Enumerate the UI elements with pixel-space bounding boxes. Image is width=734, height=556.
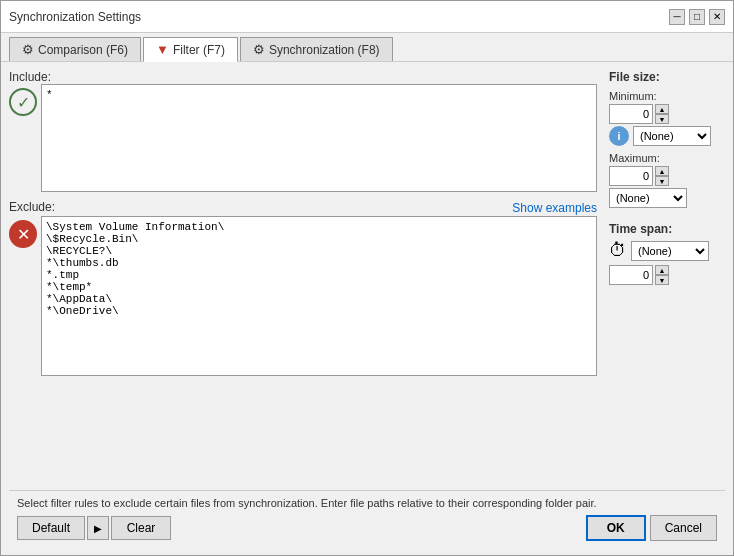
filter-icon: ▼	[156, 42, 169, 57]
bottom-buttons-row: Default ▶ Clear OK Cancel	[17, 515, 717, 541]
minimize-button[interactable]: ─	[669, 9, 685, 25]
time-span-unit-select[interactable]: (None) Days Hours Minutes	[631, 241, 709, 261]
minimum-label: Minimum:	[609, 90, 725, 102]
minimum-value-input[interactable]	[609, 104, 653, 124]
default-arrow-button[interactable]: ▶	[87, 516, 109, 540]
bottom-bar: Select filter rules to exclude certain f…	[9, 490, 725, 547]
minimum-unit-row: i (None) KB MB GB	[609, 126, 725, 146]
exclude-textarea[interactable]: \System Volume Information\ \$Recycle.Bi…	[41, 216, 597, 376]
tab-comparison[interactable]: ⚙ Comparison (F6)	[9, 37, 141, 61]
clear-button[interactable]: Clear	[111, 516, 171, 540]
include-check-icon: ✓	[9, 88, 37, 116]
exclude-x-icon: ✕	[9, 220, 37, 248]
close-button[interactable]: ✕	[709, 9, 725, 25]
maximum-spinner-group: ▲ ▼	[609, 166, 725, 186]
maximum-down-btn[interactable]: ▼	[655, 176, 669, 186]
maximize-button[interactable]: □	[689, 9, 705, 25]
clock-icon: ⏱	[609, 240, 627, 261]
exclude-label: Exclude:	[9, 200, 55, 214]
comparison-icon: ⚙	[22, 42, 34, 57]
tab-filter-label: Filter (F7)	[173, 43, 225, 57]
default-clear-group: Default ▶ Clear	[17, 516, 171, 540]
default-button[interactable]: Default	[17, 516, 85, 540]
content-area: Include: ✓ * Exclude: Show examples ✕ \S…	[1, 62, 733, 555]
time-span-spinner-group: ▲ ▼	[609, 265, 725, 285]
right-panel: File size: Minimum: ▲ ▼ i (None) KB	[605, 70, 725, 490]
include-label: Include:	[9, 70, 51, 84]
tabs-bar: ⚙ Comparison (F6) ▼ Filter (F7) ⚙ Synchr…	[1, 33, 733, 62]
time-span-down-btn[interactable]: ▼	[655, 275, 669, 285]
tab-filter[interactable]: ▼ Filter (F7)	[143, 37, 238, 62]
info-icon: i	[609, 126, 629, 146]
left-panel: Include: ✓ * Exclude: Show examples ✕ \S…	[9, 70, 597, 490]
tab-comparison-label: Comparison (F6)	[38, 43, 128, 57]
time-span-up-btn[interactable]: ▲	[655, 265, 669, 275]
show-examples-link[interactable]: Show examples	[512, 201, 597, 215]
ok-button[interactable]: OK	[586, 515, 646, 541]
minimum-unit-select[interactable]: (None) KB MB GB	[633, 126, 711, 146]
ok-cancel-group: OK Cancel	[586, 515, 717, 541]
time-span-value-input[interactable]	[609, 265, 653, 285]
time-span-spinner-btns: ▲ ▼	[655, 265, 669, 285]
window-title: Synchronization Settings	[9, 10, 141, 24]
maximum-spinner-btns: ▲ ▼	[655, 166, 669, 186]
maximum-up-btn[interactable]: ▲	[655, 166, 669, 176]
exclude-area: ✕ \System Volume Information\ \$Recycle.…	[9, 216, 597, 376]
include-area: ✓ *	[9, 84, 597, 192]
main-body: Include: ✓ * Exclude: Show examples ✕ \S…	[9, 70, 725, 490]
tab-synchronization[interactable]: ⚙ Synchronization (F8)	[240, 37, 393, 61]
title-bar-left: Synchronization Settings	[9, 10, 141, 24]
maximum-unit-select[interactable]: (None) KB MB GB	[609, 188, 687, 208]
maximum-label: Maximum:	[609, 152, 725, 164]
exclude-section: Exclude: Show examples ✕ \System Volume …	[9, 196, 597, 376]
minimum-down-btn[interactable]: ▼	[655, 114, 669, 124]
file-size-group: File size: Minimum: ▲ ▼ i (None) KB	[609, 70, 725, 208]
time-span-title: Time span:	[609, 222, 672, 236]
exclude-header: Exclude: Show examples	[9, 200, 597, 216]
minimum-up-btn[interactable]: ▲	[655, 104, 669, 114]
title-bar-controls: ─ □ ✕	[669, 9, 725, 25]
file-size-title: File size:	[609, 70, 725, 84]
include-textarea[interactable]: *	[41, 84, 597, 192]
include-section: Include: ✓ *	[9, 70, 597, 192]
tab-synchronization-label: Synchronization (F8)	[269, 43, 380, 57]
status-text: Select filter rules to exclude certain f…	[17, 497, 717, 509]
main-window: Synchronization Settings ─ □ ✕ ⚙ Compari…	[0, 0, 734, 556]
bottom-left: Default ▶ Clear	[17, 516, 171, 540]
time-span-unit-row: ⏱ (None) Days Hours Minutes	[609, 240, 725, 261]
cancel-button[interactable]: Cancel	[650, 515, 717, 541]
minimum-spinner-group: ▲ ▼	[609, 104, 725, 124]
maximum-value-input[interactable]	[609, 166, 653, 186]
synchronization-icon: ⚙	[253, 42, 265, 57]
time-span-group: Time span: ⏱ (None) Days Hours Minutes	[609, 222, 725, 285]
minimum-spinner-btns: ▲ ▼	[655, 104, 669, 124]
title-bar: Synchronization Settings ─ □ ✕	[1, 1, 733, 33]
